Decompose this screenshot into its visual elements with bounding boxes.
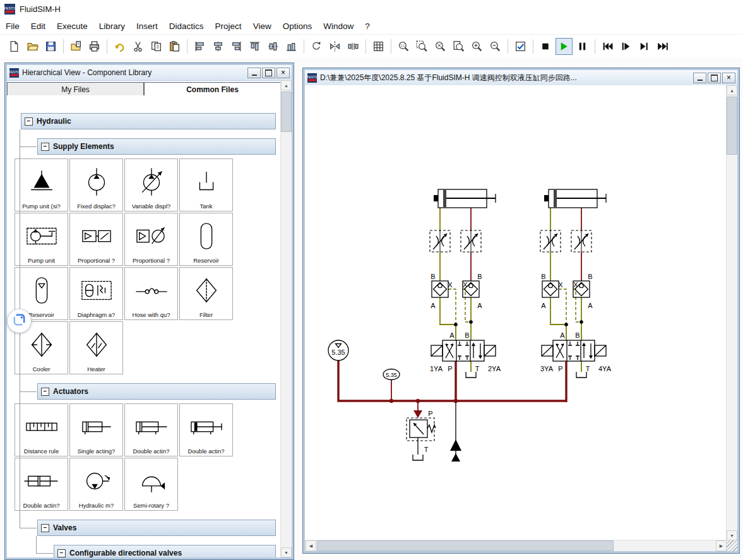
sim-ffwd-button[interactable] — [654, 38, 671, 55]
resize-grip[interactable] — [727, 540, 737, 551]
collapse-icon[interactable]: − — [41, 143, 49, 151]
menu-insert[interactable]: Insert — [131, 20, 163, 33]
component-pump-unit-4[interactable]: Pump unit — [15, 213, 68, 266]
open-folder-button[interactable] — [24, 38, 41, 55]
circuit-maximize-button[interactable] — [708, 73, 721, 83]
component-hydraulic-m-5[interactable]: Hydraulic m? — [69, 458, 123, 511]
mirror-button[interactable] — [326, 38, 343, 55]
sim-skip-end-button[interactable] — [636, 38, 653, 55]
component-double-actin-4[interactable]: Double actin? — [15, 458, 68, 511]
check-circuit-button[interactable] — [512, 38, 529, 55]
pressure-display[interactable]: 5.35 — [383, 369, 400, 402]
circuit-hscrollbar[interactable]: ◀ ▶ — [305, 540, 727, 551]
scrollbar-thumb[interactable] — [317, 540, 614, 551]
collapse-icon[interactable]: − — [41, 388, 49, 396]
zoom-page-button[interactable] — [450, 38, 467, 55]
menu-library[interactable]: Library — [93, 20, 131, 33]
menu-execute[interactable]: Execute — [51, 20, 93, 33]
print-button[interactable] — [86, 38, 103, 55]
section-header-supply-elements[interactable]: −Supply Elements — [37, 138, 276, 155]
cut-button[interactable] — [129, 38, 146, 55]
circuit-close-button[interactable]: × — [722, 73, 735, 83]
component-heater-13[interactable]: Heater — [69, 321, 123, 374]
zoom-all-button[interactable] — [432, 38, 449, 55]
pump[interactable] — [450, 402, 461, 462]
sim-stop-button[interactable] — [537, 38, 554, 55]
component-proportional-5[interactable]: Proportional ? — [69, 213, 123, 266]
align-bottom-button[interactable] — [283, 38, 300, 55]
component-double-actin-3[interactable]: Double actin? — [179, 403, 233, 456]
collapse-icon[interactable]: − — [57, 549, 66, 557]
component-diaphragm-a-9[interactable]: Diaphragm a? — [69, 267, 123, 320]
menu-edit[interactable]: Edit — [25, 20, 51, 33]
pressure-gauge[interactable]: 5.35 — [328, 340, 348, 360]
copy-button[interactable] — [148, 38, 165, 55]
menu-project[interactable]: Project — [210, 20, 247, 33]
assistant-overlay-button[interactable] — [8, 309, 31, 333]
rotate-button[interactable] — [308, 38, 325, 55]
circuit-window-titlebar[interactable]: FESTO D:\兼兼\2025年度\2025.8.25 基于FluidSIM-… — [305, 70, 737, 86]
component-double-actin-2[interactable]: Double actin? — [124, 403, 178, 456]
menu-file[interactable]: File — [0, 20, 25, 33]
menu-view[interactable]: View — [247, 20, 277, 33]
section-header-valves[interactable]: −Valves — [37, 520, 276, 536]
collapse-icon[interactable]: − — [41, 524, 49, 532]
component-proportional-6[interactable]: Proportional ? — [124, 213, 178, 266]
scrollbar-thumb[interactable] — [281, 92, 292, 132]
zoom-orig-button[interactable]: 1:1 — [395, 38, 412, 55]
align-right-button[interactable] — [228, 38, 245, 55]
directional-valve[interactable] — [431, 340, 496, 361]
component-reservoir-7[interactable]: Reservoir — [179, 213, 233, 266]
library-scrollbar[interactable]: ▲ ▼ — [280, 80, 292, 557]
sim-step-button[interactable] — [617, 38, 634, 55]
scroll-up-button[interactable]: ▲ — [281, 80, 292, 90]
menu-options[interactable]: Options — [277, 20, 318, 33]
undo-button[interactable] — [111, 38, 128, 55]
section-header-actuators[interactable]: −Actuators — [37, 383, 276, 400]
component-pump-unit-si-0[interactable]: Pump unit (si? — [15, 158, 68, 211]
new-file-button[interactable] — [6, 38, 23, 55]
circuit-minimize-button[interactable] — [693, 73, 706, 83]
relief-valve[interactable]: P T — [407, 401, 436, 460]
flow-control-valve[interactable] — [430, 230, 450, 252]
align-center-button[interactable] — [210, 38, 227, 55]
circuit-canvas[interactable]: B B X X A A A B P T 1YA 2YA — [305, 85, 727, 540]
library-close-button[interactable]: × — [276, 68, 290, 78]
zoom-in-button[interactable] — [468, 38, 485, 55]
component-single-acting-1[interactable]: Single acting? — [69, 403, 123, 456]
scroll-down-button[interactable]: ▼ — [727, 530, 737, 540]
sim-pause-button[interactable] — [574, 38, 591, 55]
tab-my-files[interactable]: My Files — [7, 82, 144, 96]
tab-common-files[interactable]: Common Files — [144, 82, 281, 96]
section-header-configurable-directional-valves[interactable]: −Configurable directional valves — [54, 545, 276, 557]
component-filter-11[interactable]: Filter — [179, 267, 233, 320]
align-left-button[interactable] — [191, 38, 208, 55]
component-fixed-displac-1[interactable]: Fixed displac? — [69, 158, 123, 211]
component-distance-rule-0[interactable]: Distance rule — [15, 403, 68, 456]
align-top-button[interactable] — [246, 38, 263, 55]
open-project-button[interactable] — [68, 38, 85, 55]
zoom-out-button[interactable] — [487, 38, 504, 55]
scroll-down-button[interactable]: ▼ — [281, 547, 292, 557]
collapse-icon[interactable]: − — [25, 117, 33, 126]
component-tank-3[interactable]: Tank — [179, 158, 233, 211]
distribute-button[interactable] — [345, 38, 362, 55]
scroll-up-button[interactable]: ▲ — [727, 85, 737, 95]
double-acting-cylinder[interactable] — [434, 189, 496, 208]
library-window-titlebar[interactable]: FESTO Hierarchical View - Component Libr… — [7, 65, 292, 81]
scroll-right-button[interactable]: ▶ — [716, 540, 727, 551]
menu-window[interactable]: Window — [318, 20, 359, 33]
sim-play-button[interactable] — [556, 38, 573, 55]
scrollbar-thumb[interactable] — [727, 97, 737, 155]
section-header-hydraulic[interactable]: −Hydraulic — [21, 113, 276, 129]
sim-skip-start-button[interactable] — [599, 38, 616, 55]
component-semi-rotary-6[interactable]: Semi-rotary ? — [124, 458, 178, 511]
grid-button[interactable] — [370, 38, 387, 55]
library-minimize-button[interactable] — [247, 68, 261, 78]
paste-button[interactable] — [166, 38, 183, 55]
menu-didactics[interactable]: Didactics — [163, 20, 210, 33]
align-middle-button[interactable] — [265, 38, 282, 55]
save-button[interactable] — [42, 38, 59, 55]
menu-help[interactable]: ? — [359, 20, 376, 33]
component-hose-with-qu-10[interactable]: Hose with qu? — [124, 267, 178, 320]
